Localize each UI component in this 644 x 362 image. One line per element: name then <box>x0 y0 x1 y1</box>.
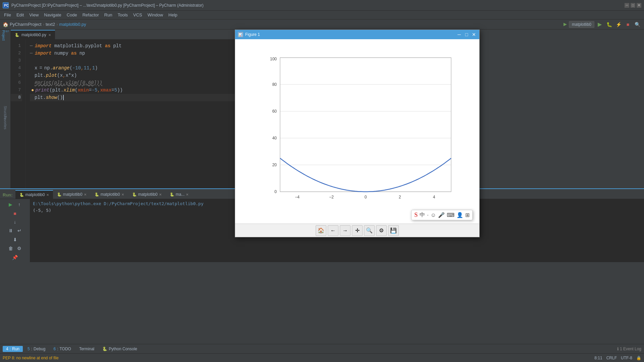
figure-titlebar[interactable]: 📊 Figure 1 ─ □ ✕ <box>235 30 479 39</box>
fig-zoom-button[interactable]: 🔍 <box>364 225 375 236</box>
svg-text:−2: −2 <box>329 195 334 199</box>
maximize-button[interactable]: □ <box>631 3 635 8</box>
menu-view[interactable]: View <box>26 11 41 18</box>
ime-keyboard-icon[interactable]: ⌨ <box>447 212 454 218</box>
run-stop-button[interactable]: ■ <box>11 210 19 217</box>
ime-person-icon[interactable]: 👤 <box>457 212 463 218</box>
toolbar-python-console-button[interactable]: 🐍 Python Console <box>99 346 141 352</box>
line-separator[interactable]: CRLF <box>606 356 617 360</box>
cursor-position[interactable]: 8:11 <box>594 356 602 360</box>
run-pin-button[interactable]: 📌 <box>11 254 19 261</box>
run-button[interactable]: ▶ <box>596 20 604 28</box>
menu-tools[interactable]: Tools <box>115 11 130 18</box>
run-tab-4[interactable]: 🐍 matplotlib0 ✕ <box>128 190 166 199</box>
ime-face-icon[interactable]: ☺ <box>431 212 436 218</box>
run-clear-button[interactable]: 🗑 <box>7 244 15 252</box>
keyword-import-2: import <box>35 50 51 57</box>
figure-maximize[interactable]: □ <box>464 32 469 37</box>
menu-window[interactable]: Window <box>145 11 166 18</box>
run-settings-button[interactable]: ⚙ <box>15 244 23 252</box>
ime-zh-icon[interactable]: 中 <box>420 212 425 219</box>
keyword-as-1: as <box>105 42 111 50</box>
toolbar-debug-button[interactable]: 5: Debug <box>24 346 49 352</box>
sidebar-item-project[interactable]: 1: Project <box>1 31 10 40</box>
run-scroll-down[interactable]: ↓ <box>11 218 19 225</box>
toolbar-run-button[interactable]: 4: Run <box>3 346 23 352</box>
debug-button[interactable]: 🐛 <box>605 20 613 28</box>
svg-text:PC: PC <box>4 4 8 7</box>
coverage-button[interactable]: ⚡ <box>614 20 623 28</box>
param-xmin: xmin <box>77 86 89 94</box>
run-pause-button[interactable]: ⏸ <box>7 227 15 235</box>
run-tab-3-close[interactable]: ✕ <box>121 193 124 196</box>
run-scroll-bottom[interactable]: ⬇ <box>11 236 19 243</box>
code-line-7: ● print ( plt . xlim ( xmin = -5 , xmax … <box>30 86 241 94</box>
fig-save-button[interactable]: 💾 <box>388 225 399 236</box>
event-log-icon: ℹ <box>617 347 619 351</box>
figure-plot-area: 0 20 40 60 80 100 -4 -2 0 2 4 <box>235 39 479 224</box>
status-bar: PEP 8: no newline at end of file 8:11 CR… <box>0 353 644 362</box>
event-log[interactable]: ℹ 1 Event Log <box>617 347 641 351</box>
figure-minimize[interactable]: ─ <box>457 32 462 37</box>
fig-home-button[interactable]: 🏠 <box>316 225 326 236</box>
alias-plt: plt <box>113 42 121 50</box>
search-everywhere-button[interactable]: 🔍 <box>633 20 641 28</box>
toolbar-terminal-button[interactable]: Terminal <box>76 346 98 352</box>
run-restart-button[interactable]: ▶ <box>7 200 15 208</box>
python-file-icon: 🐍 <box>15 33 19 37</box>
menu-help[interactable]: Help <box>166 11 180 18</box>
file-name[interactable]: matplotlib0.py <box>59 22 86 27</box>
run-tab-2-icon: 🐍 <box>57 192 62 197</box>
file-tab-matplotlib[interactable]: 🐍 matplotlib0.py ✕ <box>11 30 55 39</box>
run-config-name[interactable]: matplotlib0 <box>569 21 594 28</box>
run-tab-3[interactable]: 🐍 matplotlib0 ✕ <box>91 190 128 199</box>
ime-mic-icon[interactable]: 🎤 <box>438 212 445 218</box>
sidebar-item-favorites[interactable]: Favorites <box>1 118 10 127</box>
fig-back-button[interactable]: ← <box>328 225 338 236</box>
run-tab-2[interactable]: 🐍 matplotlib0 ✕ <box>53 190 91 199</box>
fig-config-button[interactable]: ⚙ <box>376 225 387 236</box>
close-button[interactable]: ✕ <box>637 3 641 8</box>
menu-file[interactable]: File <box>1 11 14 18</box>
ime-grid-icon[interactable]: ⊞ <box>465 212 470 218</box>
run-tab-5[interactable]: 🐍 ma... ✕ <box>166 190 193 199</box>
encoding[interactable]: UTF-8 <box>621 356 632 360</box>
menu-vcs[interactable]: VCS <box>130 11 145 18</box>
run-wrap-button[interactable]: ↵ <box>15 227 23 235</box>
folder-name[interactable]: text2 <box>46 22 55 27</box>
minimize-button[interactable]: ─ <box>625 3 629 8</box>
project-name[interactable]: PyCharmProject <box>10 22 42 27</box>
num-11: 11 <box>84 64 89 72</box>
fig-forward-button[interactable]: → <box>340 225 351 236</box>
run-tab-1-close[interactable]: ✕ <box>46 193 49 197</box>
menu-refactor[interactable]: Refactor <box>80 11 102 18</box>
menu-run[interactable]: Run <box>102 11 115 18</box>
svg-text:20: 20 <box>272 163 277 167</box>
project-bar: 🏠 PyCharmProject › text2 › matplotlib0.p… <box>0 19 644 29</box>
run-label: Run: <box>0 191 15 199</box>
svg-text:100: 100 <box>270 57 277 61</box>
toolbar-todo-button[interactable]: 6: TODO <box>50 346 74 352</box>
chart-proper: 0 20 40 60 80 100 −4 −2 0 2 4 <box>257 51 458 212</box>
run-tab-4-close[interactable]: ✕ <box>159 193 162 196</box>
run-scroll-up[interactable]: ↑ <box>15 200 23 208</box>
menu-edit[interactable]: Edit <box>14 11 26 18</box>
ime-dot-icon[interactable]: · <box>427 212 428 218</box>
num-neg10: -10 <box>72 64 81 72</box>
stop-button[interactable]: ■ <box>624 20 632 28</box>
menu-navigate[interactable]: Navigate <box>41 11 64 18</box>
status-right: 8:11 CRLF UTF-8 🔒 <box>594 356 641 360</box>
run-tab-2-close[interactable]: ✕ <box>84 193 87 196</box>
python-console-label: Python Console <box>109 347 137 351</box>
run-result-text: (-5, 5) <box>33 208 51 213</box>
run-tab-3-label: matplotlib0 <box>101 192 120 197</box>
menu-code[interactable]: Code <box>64 11 80 18</box>
figure-close[interactable]: ✕ <box>471 32 477 37</box>
fig-pan-button[interactable]: ✛ <box>352 225 363 236</box>
tab-close-button[interactable]: ✕ <box>48 33 51 37</box>
run-tab-1[interactable]: 🐍 matplotlib0 ✕ <box>15 190 53 199</box>
run-tab-5-close[interactable]: ✕ <box>186 193 189 196</box>
param-xmax: xmax <box>100 86 112 94</box>
ime-s-icon[interactable]: S <box>414 212 418 219</box>
todo-num: 6 <box>53 347 56 351</box>
